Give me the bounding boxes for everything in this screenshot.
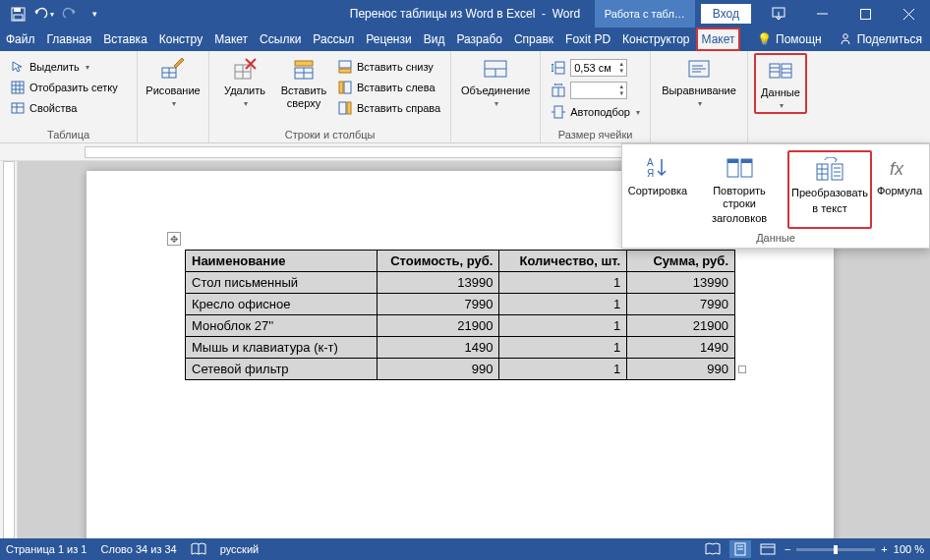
- select-button[interactable]: Выделить▾: [6, 57, 122, 77]
- table-cell[interactable]: 1: [499, 315, 627, 337]
- table-cell[interactable]: Стол письменный: [186, 272, 378, 294]
- tab-file[interactable]: Файл: [0, 28, 41, 51]
- properties-button[interactable]: Свойства: [6, 98, 122, 118]
- table-cell[interactable]: 990: [627, 359, 735, 380]
- table-cell[interactable]: 1: [499, 272, 627, 294]
- repeat-headers-button[interactable]: Повторить строкизаголовков: [691, 150, 787, 229]
- width-spinner[interactable]: ▲▼: [570, 82, 627, 99]
- ribbon-tabs: Файл Главная Вставка Констру Макет Ссылк…: [0, 28, 930, 51]
- autofit-button[interactable]: Автоподбор▾: [547, 102, 644, 122]
- merge-button[interactable]: Объединение▾: [457, 53, 534, 110]
- tab-home[interactable]: Главная: [41, 28, 98, 51]
- delete-button[interactable]: Удалить▾: [215, 53, 274, 110]
- spellcheck-button[interactable]: [191, 542, 206, 556]
- insert-below-button[interactable]: Вставить снизу: [333, 57, 444, 77]
- insert-above-button[interactable]: Вставить сверху: [274, 53, 333, 111]
- ribbon-options-button[interactable]: [757, 0, 800, 28]
- view-web-button[interactable]: [757, 540, 779, 558]
- draw-button[interactable]: Рисование▾: [144, 53, 203, 110]
- height-input[interactable]: [571, 62, 616, 74]
- table-cell[interactable]: 13990: [627, 272, 735, 294]
- table-cell[interactable]: 1: [499, 294, 627, 315]
- table-cell[interactable]: 1: [499, 359, 627, 380]
- alignment-button[interactable]: Выравнивание▾: [657, 53, 741, 110]
- table-cell[interactable]: Кресло офисное: [186, 294, 378, 315]
- book-icon: [191, 542, 206, 556]
- tellme-button[interactable]: 💡Помощн: [748, 28, 830, 51]
- zoom-in[interactable]: +: [881, 543, 887, 555]
- col-header[interactable]: Сумма, руб.: [627, 251, 735, 272]
- height-icon: [551, 60, 566, 76]
- table-cell[interactable]: Мышь и клавиатура (к-т): [186, 337, 378, 359]
- tab-review[interactable]: Рецензи: [360, 28, 417, 51]
- tab-mailings[interactable]: Рассыл: [307, 28, 360, 51]
- table-cell[interactable]: 1490: [377, 337, 499, 359]
- tab-view[interactable]: Вид: [418, 28, 451, 51]
- doc-table[interactable]: Наименование Стоимость, руб. Количество,…: [185, 250, 735, 380]
- tab-design[interactable]: Констру: [153, 28, 208, 51]
- maximize-button[interactable]: [843, 0, 887, 28]
- tab-foxit[interactable]: Foxit PD: [559, 28, 616, 51]
- table-row[interactable]: Сетевой фильтр9901990: [186, 359, 735, 380]
- zoom-level[interactable]: 100 %: [894, 543, 924, 555]
- view-read-button[interactable]: [702, 540, 724, 558]
- formula-icon: fx: [884, 154, 915, 182]
- ruler-vertical[interactable]: [0, 161, 18, 540]
- tab-references[interactable]: Ссылки: [254, 28, 307, 51]
- tab-table-design[interactable]: Конструктор: [616, 28, 695, 51]
- word-count[interactable]: Слово 34 из 34: [100, 543, 176, 555]
- data-button[interactable]: Данные▾: [754, 53, 807, 114]
- width-icon: [551, 83, 566, 98]
- table-cell[interactable]: 990: [377, 359, 499, 380]
- close-button[interactable]: [887, 0, 930, 28]
- table-cell[interactable]: 13990: [377, 272, 499, 294]
- svg-point-8: [843, 34, 847, 39]
- height-spinner[interactable]: ▲▼: [570, 59, 627, 77]
- table-cell[interactable]: 1: [499, 337, 627, 359]
- zoom-slider[interactable]: [796, 548, 875, 551]
- svg-rect-47: [770, 64, 780, 78]
- tab-layout[interactable]: Макет: [208, 28, 254, 51]
- language-button[interactable]: русский: [220, 543, 259, 555]
- col-header[interactable]: Количество, шт.: [499, 251, 627, 272]
- table-cell[interactable]: 7990: [377, 294, 499, 315]
- tab-developer[interactable]: Разрабо: [450, 28, 508, 51]
- table-row[interactable]: Моноблок 27''21900121900: [186, 315, 735, 337]
- tab-insert[interactable]: Вставка: [97, 28, 153, 51]
- table-cell[interactable]: Сетевой фильтр: [186, 359, 378, 380]
- width-input[interactable]: [571, 84, 616, 96]
- col-header[interactable]: Наименование: [186, 251, 378, 272]
- zoom-out[interactable]: −: [785, 543, 790, 555]
- table-row[interactable]: Мышь и клавиатура (к-т)149011490: [186, 337, 735, 359]
- table-header-row[interactable]: Наименование Стоимость, руб. Количество,…: [186, 251, 735, 272]
- table-resize-handle[interactable]: [738, 365, 746, 373]
- formula-button[interactable]: fx Формула: [872, 150, 927, 229]
- table-move-handle[interactable]: ✥: [167, 232, 181, 246]
- convert-to-text-button[interactable]: Преобразоватьв текст: [787, 150, 872, 229]
- row-height[interactable]: ▲▼: [547, 57, 644, 79]
- tab-table-layout[interactable]: Макет: [696, 28, 741, 51]
- table-cell[interactable]: 7990: [627, 294, 735, 315]
- view-print-button[interactable]: [729, 540, 751, 558]
- col-width[interactable]: ▲▼: [547, 80, 644, 101]
- insert-left-button[interactable]: Вставить слева: [333, 78, 444, 97]
- table-row[interactable]: Стол письменный13990113990: [186, 272, 735, 294]
- table-cell[interactable]: 1490: [627, 337, 735, 359]
- table-cell[interactable]: 21900: [627, 315, 735, 337]
- minimize-button[interactable]: [800, 0, 843, 28]
- tab-help[interactable]: Справк: [508, 28, 559, 51]
- share-button[interactable]: Поделиться: [830, 28, 930, 51]
- table-cell[interactable]: Моноблок 27'': [186, 315, 378, 337]
- qat-customize[interactable]: ▾: [83, 2, 106, 26]
- save-button[interactable]: [6, 2, 29, 26]
- table-cell[interactable]: 21900: [377, 315, 499, 337]
- signin-button[interactable]: Вход: [701, 4, 751, 24]
- redo-button[interactable]: [57, 2, 81, 26]
- undo-button[interactable]: ▾: [31, 2, 55, 26]
- col-header[interactable]: Стоимость, руб.: [377, 251, 499, 272]
- sort-button[interactable]: АЯ Сортировка: [624, 150, 691, 229]
- page-status[interactable]: Страница 1 из 1: [6, 543, 87, 555]
- insert-right-button[interactable]: Вставить справа: [333, 98, 444, 118]
- table-row[interactable]: Кресло офисное799017990: [186, 294, 735, 315]
- view-gridlines-button[interactable]: Отобразить сетку: [6, 78, 122, 97]
